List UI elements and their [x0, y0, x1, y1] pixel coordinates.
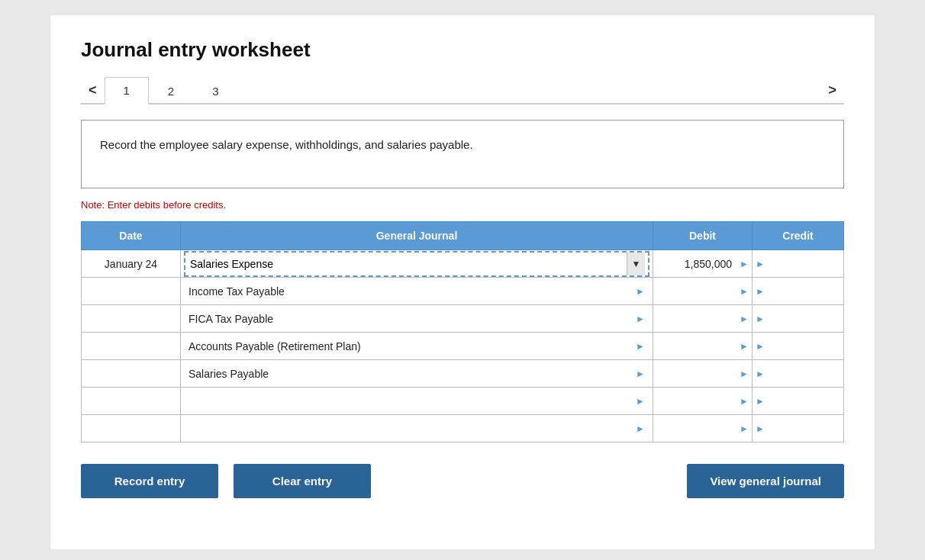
table-row: ►►►	[82, 415, 844, 443]
button-row: Record entry Clear entry View general jo…	[81, 464, 844, 498]
credit-cell: ►	[753, 333, 844, 360]
debit-cell: ►	[653, 388, 753, 415]
credit-arrow-icon: ►	[753, 286, 768, 297]
clear-entry-button[interactable]: Clear entry	[234, 464, 371, 498]
journal-cell: Accounts Payable (Retirement Plan)►	[181, 333, 653, 360]
prev-arrow[interactable]: <	[81, 78, 105, 103]
journal-cell: Income Tax Payable►	[181, 278, 653, 305]
credit-arrow-icon: ►	[753, 423, 768, 434]
table-row: FICA Tax Payable►►►	[82, 305, 844, 333]
tab-1[interactable]: 1	[105, 77, 149, 105]
debit-value: 1,850,000	[653, 258, 736, 270]
note-text: Note: Enter debits before credits.	[81, 199, 844, 211]
tab-3[interactable]: 3	[193, 78, 237, 104]
row-arrow-icon: ►	[631, 369, 649, 379]
journal-table: Date General Journal Debit Credit Januar…	[81, 221, 844, 443]
journal-cell[interactable]: ▼	[181, 250, 653, 278]
next-arrow[interactable]: >	[820, 78, 844, 103]
table-row: ►►►	[82, 388, 844, 415]
debit-arrow-icon: ►	[736, 259, 752, 269]
debit-arrow-icon: ►	[736, 286, 752, 297]
credit-cell: ►	[753, 415, 844, 443]
journal-text: Income Tax Payable	[189, 285, 631, 298]
journal-cell: FICA Tax Payable►	[181, 305, 653, 333]
view-general-journal-button[interactable]: View general journal	[687, 464, 844, 498]
credit-arrow-icon: ►	[753, 259, 768, 269]
credit-cell: ►	[753, 388, 844, 415]
credit-cell: ►	[753, 360, 844, 388]
table-row: Salaries Payable►►►	[82, 360, 844, 388]
date-cell	[82, 415, 181, 443]
credit-cell: ►	[753, 305, 844, 333]
row-arrow-icon: ►	[631, 396, 649, 407]
credit-arrow-icon: ►	[753, 341, 768, 352]
dropdown-arrow-icon[interactable]: ▼	[627, 253, 645, 275]
row-arrow-icon: ►	[631, 423, 649, 434]
date-cell	[82, 278, 181, 305]
journal-text: FICA Tax Payable	[189, 313, 631, 325]
debit-arrow-icon: ►	[736, 314, 752, 324]
instruction-text: Record the employee salary expense, with…	[100, 138, 473, 151]
row-arrow-icon: ►	[631, 341, 649, 352]
col-date: Date	[82, 222, 181, 250]
col-debit: Debit	[653, 222, 753, 250]
journal-cell: ►	[181, 388, 653, 415]
credit-cell: ►	[753, 278, 844, 305]
table-row: Accounts Payable (Retirement Plan)►►►	[82, 333, 844, 360]
debit-cell: ►	[653, 360, 753, 388]
debit-cell: ►	[653, 305, 753, 333]
row-arrow-icon: ►	[631, 286, 649, 297]
debit-arrow-icon: ►	[736, 341, 752, 352]
journal-text: Salaries Payable	[189, 368, 631, 380]
table-row: Income Tax Payable►►►	[82, 278, 844, 305]
col-credit: Credit	[753, 222, 844, 250]
credit-arrow-icon: ►	[753, 369, 768, 379]
debit-cell: 1,850,000►	[653, 250, 753, 278]
credit-cell: ►	[753, 250, 844, 278]
debit-cell: ►	[653, 333, 753, 360]
journal-input[interactable]	[185, 253, 627, 275]
debit-arrow-icon: ►	[736, 396, 752, 407]
date-cell	[82, 388, 181, 415]
tab-nav: < 1 2 3 >	[81, 77, 844, 105]
table-row: January 24▼1,850,000►►	[82, 250, 844, 278]
instruction-box: Record the employee salary expense, with…	[81, 120, 844, 188]
date-cell	[82, 360, 181, 388]
credit-arrow-icon: ►	[753, 396, 768, 407]
debit-cell: ►	[653, 278, 753, 305]
date-cell: January 24	[82, 250, 181, 278]
debit-arrow-icon: ►	[736, 369, 752, 379]
debit-arrow-icon: ►	[736, 423, 752, 434]
page-title: Journal entry worksheet	[81, 38, 844, 62]
row-arrow-icon: ►	[631, 314, 649, 324]
journal-cell: Salaries Payable►	[181, 360, 653, 388]
journal-text: Accounts Payable (Retirement Plan)	[189, 340, 631, 352]
date-cell	[82, 333, 181, 360]
debit-cell: ►	[653, 415, 753, 443]
main-container: Journal entry worksheet < 1 2 3 > Record…	[50, 15, 875, 549]
credit-arrow-icon: ►	[753, 314, 768, 324]
date-cell	[82, 305, 181, 333]
journal-cell: ►	[181, 415, 653, 443]
record-entry-button[interactable]: Record entry	[81, 464, 218, 498]
tab-2[interactable]: 2	[149, 78, 193, 104]
col-journal: General Journal	[181, 222, 653, 250]
